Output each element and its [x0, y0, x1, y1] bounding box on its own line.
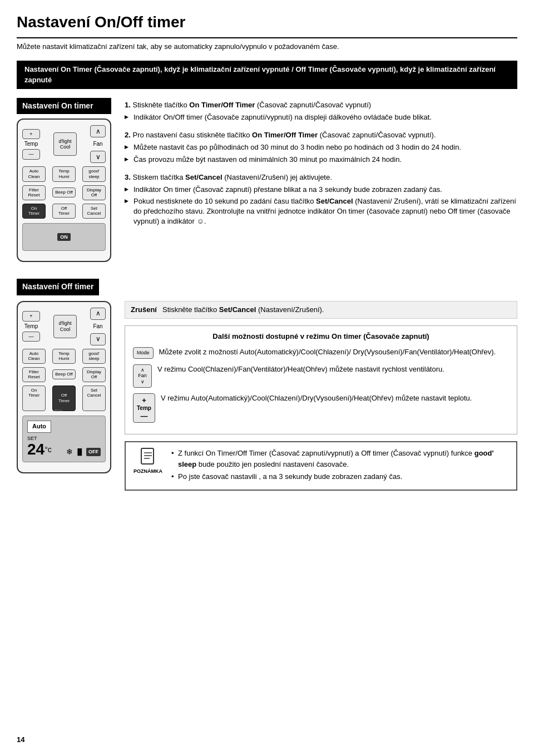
- off-temp-minus-btn[interactable]: —: [22, 332, 40, 342]
- off-set-cancel-btn[interactable]: Set Cancel: [82, 386, 106, 411]
- mode-icon: Mode: [133, 347, 154, 359]
- off-timer-remote-panel: + Temp — d'light Cool ∧ Fan ∨ Auto Clean…: [17, 301, 111, 491]
- step-3-text: 3. Stiskem tlačítka Set/Cancel (Nastaven…: [125, 172, 517, 182]
- step-3: 3. Stiskem tlačítka Set/Cancel (Nastaven…: [125, 172, 517, 227]
- display-deg: °c: [44, 445, 52, 454]
- remote-row-4: On Timer Off Timer Set Cancel: [22, 204, 106, 219]
- note-text-area: Z funkcí On Timer/Off Timer (Časovač zap…: [169, 448, 508, 484]
- off-temp-humi-btn[interactable]: Temp Humi: [52, 349, 76, 364]
- off-remote-row-2: Auto Clean Temp Humi good' sleep: [22, 349, 106, 364]
- set-cancel-btn[interactable]: Set Cancel: [82, 204, 106, 219]
- off-timer-btn[interactable]: Off Timer: [52, 204, 76, 219]
- display-auto-label: Auto: [27, 421, 101, 434]
- good-sleep-btn[interactable]: good' sleep: [82, 166, 106, 181]
- step-2: 2. Pro nastavení času stiskněte tlačítko…: [125, 130, 517, 165]
- extra-options-title: Další možnosti dostupné v režimu On time…: [133, 332, 509, 342]
- off-auto-clean-btn[interactable]: Auto Clean: [22, 349, 46, 364]
- fan-col: ∧ Fan ∨: [90, 125, 106, 163]
- option-temp-text: V režimu Auto(Automatický)/Cool(Chlazení…: [161, 393, 509, 403]
- off-temp-plus-btn[interactable]: +: [22, 311, 40, 322]
- temp-col: + Temp —: [22, 129, 40, 160]
- on-timer-instructions: 1. Stiskněte tlačítko On Timer/Off Timer…: [125, 98, 517, 262]
- option-mode-text: Můžete zvolit z možností Auto(Automatick…: [159, 347, 509, 357]
- off-remote-row-1: + Temp — d'light Cool ∧ Fan ∨: [22, 308, 106, 345]
- svg-rect-0: [141, 448, 154, 464]
- remote-display: ON: [22, 223, 106, 251]
- fan-label: Fan: [93, 140, 102, 148]
- off-fan-col: ∧ Fan ∨: [90, 308, 106, 345]
- step-2-bullet-1: Můžete nastavit čas po půlhodinách od 30…: [125, 142, 517, 152]
- off-on-timer-btn[interactable]: On Timer: [22, 386, 46, 411]
- off-good-sleep-btn[interactable]: good' sleep: [82, 349, 106, 364]
- off-timer-label: Nastavení Off timer: [17, 279, 99, 295]
- display-off-btn[interactable]: Display Off: [82, 185, 106, 200]
- off-remote-row-4: On Timer Off Timer ☞ Set Cancel: [22, 386, 106, 411]
- fan-up-btn[interactable]: ∧: [90, 125, 106, 137]
- temp-plus-btn[interactable]: +: [22, 129, 40, 140]
- note-label: POZNÁMKA: [134, 468, 162, 475]
- beep-off-btn[interactable]: Beep Off: [52, 187, 76, 197]
- off-fan-down-btn[interactable]: ∨: [90, 333, 106, 345]
- page-subtitle: Můžete nastavit klimatizační zařízení ta…: [17, 42, 517, 52]
- dlight-cool-btn[interactable]: d'light Cool: [53, 132, 77, 156]
- display-icons: ❄ ▐▌ OFF: [66, 447, 101, 458]
- off-beep-off-btn[interactable]: Beep Off: [52, 369, 76, 379]
- step-2-bullet-2: Čas provozu může být nastaven od minimál…: [125, 155, 517, 165]
- temp-label: Temp: [24, 140, 38, 148]
- display-set-temp: SET 24°c: [27, 435, 52, 458]
- on-timer-remote-panel: Nastavení On timer + Temp — d'light Cool…: [17, 98, 111, 262]
- off-timer-section: Nastavení Off timer + Temp — d'light Coo…: [17, 279, 517, 491]
- off-filter-reset-btn[interactable]: Filter Reset: [22, 367, 46, 382]
- step-1-text: 1. Stiskněte tlačítko On Timer/Off Timer…: [125, 100, 517, 110]
- off-timer-remote-body: + Temp — d'light Cool ∧ Fan ∨ Auto Clean…: [17, 301, 111, 474]
- step-2-text: 2. Pro nastavení času stiskněte tlačítko…: [125, 130, 517, 140]
- remote-row-1: + Temp — d'light Cool ∧ Fan ∨: [22, 125, 106, 163]
- on-indicator: ON: [57, 233, 71, 241]
- step-1-bullet-1: Indikátor On/Off timer (Časovače zapnutí…: [125, 112, 517, 122]
- off-fan-up-btn[interactable]: ∧: [90, 308, 106, 320]
- off-off-timer-btn[interactable]: Off Timer ☞: [52, 386, 76, 411]
- temp-humi-btn[interactable]: Temp Humi: [52, 166, 76, 181]
- option-row-temp: + Temp — V režimu Auto(Automatický)/Cool…: [133, 393, 509, 423]
- off-temp-col: + Temp —: [22, 311, 40, 342]
- display-temp-num: 24: [27, 441, 44, 458]
- page-number: 14: [17, 735, 24, 745]
- on-timer-label: Nastavení On timer: [17, 98, 111, 115]
- cancellation-text: Stiskněte tlačítko Set/Cancel (Nastavení…: [162, 305, 324, 315]
- filter-reset-btn[interactable]: Filter Reset: [22, 185, 46, 200]
- off-dlight-cool-btn[interactable]: d'light Cool: [53, 315, 77, 338]
- document-icon: [140, 448, 156, 467]
- on-timer-block: Nastavení On timer + Temp — d'light Cool…: [17, 98, 517, 262]
- cancellation-box: Zrušení Stiskněte tlačítko Set/Cancel (N…: [125, 301, 517, 319]
- extra-options-box: Další možnosti dostupné v režimu On time…: [125, 325, 517, 435]
- step-3-bullet-1: Indikátor On timer (Časovač zapnutí) pře…: [125, 185, 517, 195]
- off-badge: OFF: [86, 448, 101, 456]
- option-fan-text: V režimu Cool(Chlazení)/Fan(Ventilátor)/…: [157, 364, 509, 374]
- snowflake-icon: ❄: [66, 447, 73, 458]
- fan-option-icon: ∧ Fan ∨: [133, 364, 152, 388]
- signal-icon: ▐▌: [75, 448, 84, 456]
- on-timer-remote-body: + Temp — d'light Cool ∧ Fan ∨ Auto Clean…: [17, 118, 111, 262]
- step-3-bullet-2: Pokud nestisknete do 10 sekund po zadání…: [125, 196, 517, 227]
- off-fan-label: Fan: [93, 323, 102, 330]
- on-timer-btn[interactable]: On Timer: [22, 204, 46, 219]
- off-temp-label: Temp: [24, 323, 38, 330]
- off-remote-display: Auto SET 24°c ❄ ▐▌ OFF: [22, 416, 106, 462]
- page-title: Nastavení On/Off timer: [17, 11, 517, 38]
- remote-row-2: Auto Clean Temp Humi good' sleep: [22, 166, 106, 181]
- auto-clean-btn[interactable]: Auto Clean: [22, 166, 46, 181]
- remote-row-3: Filter Reset Beep Off Display Off: [22, 185, 106, 200]
- note-icon-area: POZNÁMKA: [134, 448, 162, 475]
- off-display-off-btn[interactable]: Display Off: [82, 367, 106, 382]
- off-remote-row-3: Filter Reset Beep Off Display Off: [22, 367, 106, 382]
- note-bullet-1: Z funkcí On Timer/Off Timer (Časovač zap…: [169, 448, 508, 470]
- temp-option-icon: + Temp —: [133, 393, 155, 423]
- fan-down-btn[interactable]: ∨: [90, 151, 106, 163]
- display-temp-row: SET 24°c ❄ ▐▌ OFF: [27, 435, 101, 458]
- note-box: POZNÁMKA Z funkcí On Timer/Off Timer (Ča…: [125, 441, 517, 491]
- step-1: 1. Stiskněte tlačítko On Timer/Off Timer…: [125, 100, 517, 122]
- on-timer-section-header: Nastavení On Timer (Časovače zapnutí), k…: [17, 61, 517, 88]
- temp-minus-btn[interactable]: —: [22, 149, 40, 160]
- option-row-mode: Mode Můžete zvolit z možností Auto(Autom…: [133, 347, 509, 359]
- note-bullet-2: Po jste časovač nastavili , a na 3 sekun…: [169, 471, 508, 482]
